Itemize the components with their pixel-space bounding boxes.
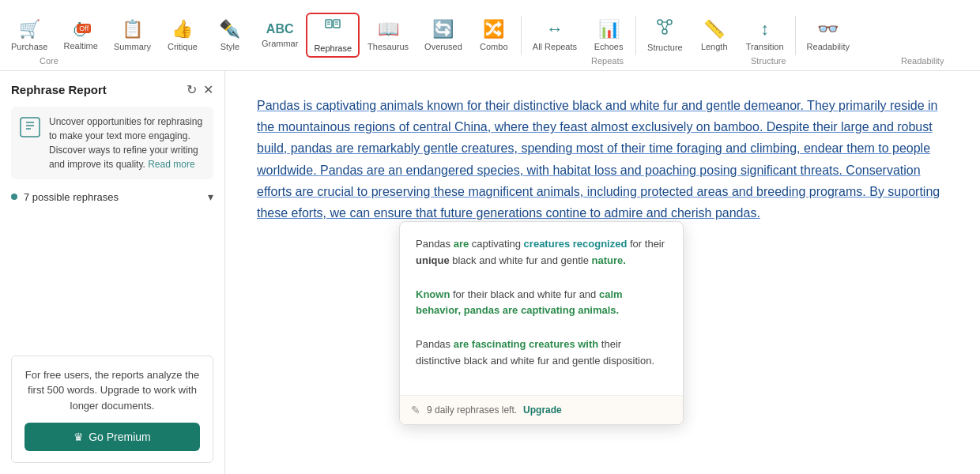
info-text: Uncover opportunities for rephrasing to … (49, 115, 205, 171)
toolbar-label-structure: Structure (647, 43, 683, 52)
highlight-nature: nature. (592, 254, 626, 266)
spacer (11, 211, 213, 356)
toolbar-label-combo: Combo (480, 42, 507, 51)
toolbar-label-thesaurus: Thesaurus (368, 42, 409, 51)
main-layout: Rephrase Report ↻ ✕ Uncover opportunitie… (0, 71, 980, 474)
toolbar: 🛒 Purchase ⏱ Off Realtime 📋 Summary 👍 Cr… (0, 0, 980, 71)
toolbar-item-realtime[interactable]: ⏱ Off Realtime (55, 16, 105, 55)
upgrade-box: For free users, the reports analyze the … (11, 356, 213, 464)
rephrases-count: 7 possible rephrases ▾ (11, 190, 213, 203)
disposition: disposition. (603, 355, 654, 367)
toolbar-item-summary[interactable]: 📋 Summary (106, 14, 159, 56)
toolbar-label-rephrase: Rephrase (314, 43, 352, 53)
rephrase-option-1[interactable]: Pandas are captivating creatures recogni… (413, 233, 670, 273)
go-premium-button[interactable]: ♛ Go Premium (24, 423, 200, 451)
info-box: Uncover opportunities for rephrasing to … (11, 107, 213, 179)
divider-1 (521, 16, 522, 55)
sidebar-title: Rephrase Report (11, 83, 107, 96)
popup-footer: ✎ 9 daily rephrases left. Upgrade (400, 395, 683, 424)
toolbar-item-overused[interactable]: 🔄 Overused (416, 14, 470, 56)
toolbar-label-transition: Transition (746, 42, 784, 51)
purchase-icon: 🛒 (19, 19, 40, 40)
svg-line-11 (665, 24, 668, 29)
thesaurus-icon: 📖 (378, 19, 399, 40)
toolbar-item-critique[interactable]: 👍 Critique (159, 14, 206, 56)
toolbar-item-style[interactable]: ✒️ Style (206, 14, 254, 56)
combo-icon: 🔀 (483, 19, 504, 40)
toolbar-item-purchase[interactable]: 🛒 Purchase (3, 14, 55, 56)
group-label-readability: Readability (901, 56, 944, 66)
rephrase-icon (323, 17, 342, 41)
highlight-fascinating: are fascinating creatures with (454, 338, 599, 350)
style-icon: ✒️ (219, 19, 240, 40)
toolbar-label-purchase: Purchase (11, 42, 47, 51)
premium-button-label: Go Premium (89, 431, 151, 443)
toolbar-label-summary: Summary (114, 42, 151, 51)
editor-text[interactable]: Pandas is captivating animals known for … (257, 95, 948, 224)
toolbar-label-echoes: Echoes (594, 42, 624, 51)
toolbar-label-length: Length (701, 42, 728, 51)
rephrase-option-2[interactable]: Known for their black and white fur and … (413, 284, 670, 323)
critique-icon: 👍 (172, 19, 193, 40)
group-label-repeats: Repeats (591, 56, 624, 66)
toolbar-item-rephrase[interactable]: Rephrase (306, 13, 360, 58)
count-label: 7 possible rephrases (24, 191, 119, 203)
toolbar-label-grammar: Grammar (262, 39, 298, 48)
toolbar-item-length[interactable]: 📏 Length (691, 14, 738, 56)
footer-rephrases-left: 9 daily rephrases left. (427, 404, 517, 416)
group-label-core: Core (40, 56, 58, 66)
grammar-icon: ABC (266, 22, 294, 36)
highlight-creatures-recognized: creatures recognized (524, 238, 628, 250)
count-dot (11, 194, 17, 200)
svg-line-10 (662, 24, 664, 29)
toolbar-item-transition[interactable]: ↕️ Transition (738, 14, 792, 56)
svg-rect-12 (21, 118, 40, 137)
info-icon (19, 116, 41, 171)
crown-icon: ♛ (74, 431, 84, 443)
toolbar-label-readability: Readability (807, 42, 850, 51)
toolbar-item-thesaurus[interactable]: 📖 Thesaurus (360, 14, 416, 56)
toolbar-label-critique: Critique (168, 42, 198, 51)
refresh-button[interactable]: ↻ (187, 82, 197, 97)
overused-icon: 🔄 (432, 19, 454, 40)
chevron-down-icon[interactable]: ▾ (208, 190, 213, 203)
all-repeats-icon: ↔️ (546, 19, 564, 40)
highlight-known: Known (416, 288, 450, 300)
divider-3 (795, 16, 796, 55)
rephrase-option-3[interactable]: Pandas are fascinating creatures with th… (413, 333, 670, 373)
structure-icon (656, 18, 673, 40)
toolbar-label-all-repeats: All Repeats (533, 42, 577, 51)
toolbar-item-echoes[interactable]: 📊 Echoes (585, 14, 632, 56)
rephrase-popup: Pandas are captivating creatures recogni… (399, 221, 684, 425)
summary-icon: 📋 (122, 19, 143, 40)
echoes-icon: 📊 (598, 19, 620, 40)
sidebar: Rephrase Report ↻ ✕ Uncover opportunitie… (0, 71, 225, 474)
divider-2 (635, 16, 636, 55)
off-badge: Off (77, 24, 91, 33)
toolbar-item-combo[interactable]: 🔀 Combo (470, 14, 518, 56)
editor-area: Pandas is captivating animals known for … (225, 71, 980, 474)
transition-icon: ↕️ (760, 19, 769, 40)
highlight-unique: unique (416, 254, 450, 266)
sidebar-actions: ↻ ✕ (187, 82, 213, 97)
toolbar-label-realtime: Realtime (63, 41, 97, 51)
toolbar-item-structure[interactable]: Structure (639, 13, 691, 57)
upgrade-text: For free users, the reports analyze the … (24, 367, 200, 414)
toolbar-label-style: Style (220, 42, 239, 51)
pencil-icon: ✎ (411, 404, 420, 416)
toolbar-item-grammar[interactable]: ABC Grammar (254, 17, 306, 53)
toolbar-label-overused: Overused (424, 42, 462, 51)
upgrade-link[interactable]: Upgrade (523, 404, 562, 416)
highlight-are: are (454, 238, 469, 250)
toolbar-item-readability[interactable]: 👓 Readability (799, 14, 858, 56)
svg-point-8 (662, 29, 667, 34)
popup-content: Pandas are captivating creatures recogni… (400, 222, 683, 395)
readability-icon: 👓 (817, 19, 839, 40)
toolbar-item-all-repeats[interactable]: ↔️ All Repeats (525, 14, 585, 56)
realtime-icon-wrapper: ⏱ Off (72, 21, 89, 41)
sidebar-header: Rephrase Report ↻ ✕ (11, 82, 213, 97)
group-label-structure: Structure (751, 56, 786, 66)
close-button[interactable]: ✕ (203, 82, 213, 97)
read-more-link[interactable]: Read more (148, 159, 194, 170)
length-icon: 📏 (703, 19, 725, 40)
